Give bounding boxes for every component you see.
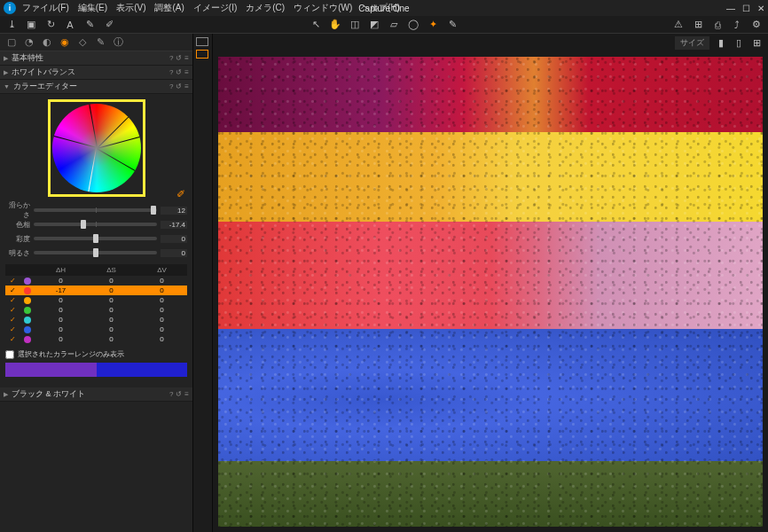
row-checkbox[interactable]: ✓ <box>5 316 20 324</box>
menu-window[interactable]: ウィンドウ(W) <box>291 2 355 14</box>
color-table-header: ΔH ΔS ΔV <box>5 264 187 276</box>
panel-whitebalance[interactable]: ▶ ホワイトバランス ?↺≡ <box>0 66 192 80</box>
menu-bar: ファイル(F) 編集(E) 表示(V) 調整(A) イメージ(I) カメラ(C)… <box>20 2 403 14</box>
slider-track[interactable] <box>34 223 157 226</box>
brush-icon[interactable]: ✎ <box>83 19 96 31</box>
print-icon[interactable]: ⎙ <box>711 19 724 31</box>
row-checkbox[interactable]: ✓ <box>5 335 20 343</box>
import-icon[interactable]: ⤓ <box>5 19 18 31</box>
row-checkbox[interactable]: ✓ <box>5 277 20 285</box>
color-swatch <box>20 317 35 324</box>
color-swatch <box>20 287 35 294</box>
tab-library-icon[interactable]: ▢ <box>5 36 18 49</box>
viewer-toolbar: サイズ ▮ ▯ ⊞ <box>213 34 768 51</box>
panel-bw-label: ブラック & ホワイト <box>12 388 169 400</box>
maximize-icon[interactable]: ☐ <box>742 4 750 13</box>
eyedropper-icon[interactable]: ✐ <box>176 188 185 200</box>
row-checkbox[interactable]: ✓ <box>5 325 20 333</box>
color-table-row[interactable]: ✓000 <box>5 325 187 334</box>
panel-basic-controls: ?↺≡ <box>169 54 189 62</box>
menu-view[interactable]: 表示(V) <box>114 2 148 14</box>
color-swatch <box>20 278 35 285</box>
crop-tool-icon[interactable]: ◫ <box>349 19 361 31</box>
export-icon[interactable]: ⤴ <box>731 19 743 31</box>
menu-adjust[interactable]: 調整(A) <box>152 2 186 14</box>
title-bar: i ファイル(F) 編集(E) 表示(V) 調整(A) イメージ(I) カメラ(… <box>0 0 768 16</box>
slider-row: 滑らかさ12 <box>5 204 187 216</box>
chevron-down-icon: ▼ <box>4 83 10 90</box>
keystone-tool-icon[interactable]: ▱ <box>388 19 400 31</box>
color-swatch <box>20 336 35 343</box>
show-selected-checkbox[interactable] <box>5 350 14 359</box>
crop-icon[interactable]: ▣ <box>25 19 37 31</box>
tab-lens-icon[interactable]: ◔ <box>23 36 35 49</box>
straighten-tool-icon[interactable]: ◩ <box>368 19 380 31</box>
color-table-row[interactable]: ✓000 <box>5 276 187 286</box>
text-icon[interactable]: A <box>64 19 76 31</box>
tab-color-icon[interactable]: ◉ <box>59 36 71 49</box>
tab-metadata-icon[interactable]: ⓘ <box>112 36 124 49</box>
col-dh: ΔH <box>35 266 86 274</box>
grid-view-icon[interactable]: ⊞ <box>750 36 763 49</box>
chevron-right-icon: ▶ <box>4 55 8 62</box>
spot-tool-icon[interactable]: ◯ <box>407 19 419 31</box>
minimize-icon[interactable]: — <box>726 4 735 13</box>
row-checkbox[interactable]: ✓ <box>5 306 20 314</box>
tab-local-icon[interactable]: ✎ <box>94 36 106 49</box>
col-ds: ΔS <box>86 266 137 274</box>
color-swatch <box>20 307 35 314</box>
color-table-row[interactable]: ✓-1700 <box>5 286 187 295</box>
panel-basic[interactable]: ▶ 基本特性 ?↺≡ <box>0 51 192 66</box>
slider-track[interactable] <box>34 237 157 240</box>
slider-value: -17.4 <box>161 221 187 229</box>
image-preview[interactable] <box>218 57 763 527</box>
warning-icon[interactable]: ⚠ <box>672 19 685 31</box>
col-dv: ΔV <box>137 266 187 274</box>
slider-label: 明るさ <box>5 248 34 258</box>
slider-value: 0 <box>161 235 187 243</box>
close-icon[interactable]: ✕ <box>757 4 764 13</box>
panel-color-editor[interactable]: ▼ カラーエディター ?↺≡ <box>0 80 192 94</box>
viewer: サイズ ▮ ▯ ⊞ <box>213 34 768 532</box>
layout-icon[interactable]: ▯ <box>733 36 745 49</box>
picker-tool-icon[interactable]: ✎ <box>446 19 458 31</box>
menu-edit[interactable]: 編集(E) <box>75 2 110 14</box>
tab-exposure-icon[interactable]: ◐ <box>41 36 53 49</box>
color-table-row[interactable]: ✓000 <box>5 334 187 344</box>
size-dropdown[interactable]: サイズ <box>675 36 709 50</box>
color-table-row[interactable]: ✓000 <box>5 305 187 315</box>
slider-label: 滑らかさ <box>5 200 34 220</box>
color-table-row[interactable]: ✓000 <box>5 295 187 305</box>
slider-track[interactable] <box>34 251 157 254</box>
settings-icon[interactable]: ⚙ <box>750 19 763 31</box>
row-checkbox[interactable]: ✓ <box>5 286 20 294</box>
panel-bw[interactable]: ▶ ブラック & ホワイト ?↺≡ <box>0 387 192 402</box>
color-editor-body: ✐ 滑らかさ12色相-17.4彩度0明るさ0 ΔH ΔS ΔV ✓000✓-17… <box>0 94 192 382</box>
slider-label: 彩度 <box>5 234 34 244</box>
slider-row: 明るさ0 <box>5 246 187 259</box>
eyedropper-icon[interactable]: ✐ <box>103 19 115 31</box>
rotate-icon[interactable]: ↻ <box>44 19 57 31</box>
chevron-right-icon: ▶ <box>4 391 8 398</box>
mask-tool-icon[interactable]: ✦ <box>427 19 439 31</box>
cursor-tool-icon[interactable]: ↖ <box>310 19 322 31</box>
view-mode-multi-icon[interactable] <box>196 50 208 59</box>
grid-icon[interactable]: ⊞ <box>692 19 704 31</box>
color-table-row[interactable]: ✓000 <box>5 315 187 325</box>
tab-details-icon[interactable]: ◇ <box>76 36 89 49</box>
user-icon[interactable]: ▮ <box>715 36 727 49</box>
color-wheel[interactable] <box>52 104 141 192</box>
view-mode-single-icon[interactable] <box>196 37 208 46</box>
menu-file[interactable]: ファイル(F) <box>20 2 72 14</box>
menu-image[interactable]: イメージ(I) <box>191 2 239 14</box>
gradient-preview <box>5 363 187 377</box>
slider-track[interactable] <box>34 208 157 212</box>
slider-value: 0 <box>161 249 187 257</box>
hand-tool-icon[interactable]: ✋ <box>329 19 341 31</box>
panel-wb-label: ホワイトバランス <box>12 66 169 78</box>
row-checkbox[interactable]: ✓ <box>5 296 20 304</box>
color-wheel-highlight <box>48 99 145 197</box>
panel-color-editor-label: カラーエディター <box>13 81 169 92</box>
app-icon: i <box>4 2 16 14</box>
menu-camera[interactable]: カメラ(C) <box>243 2 287 14</box>
